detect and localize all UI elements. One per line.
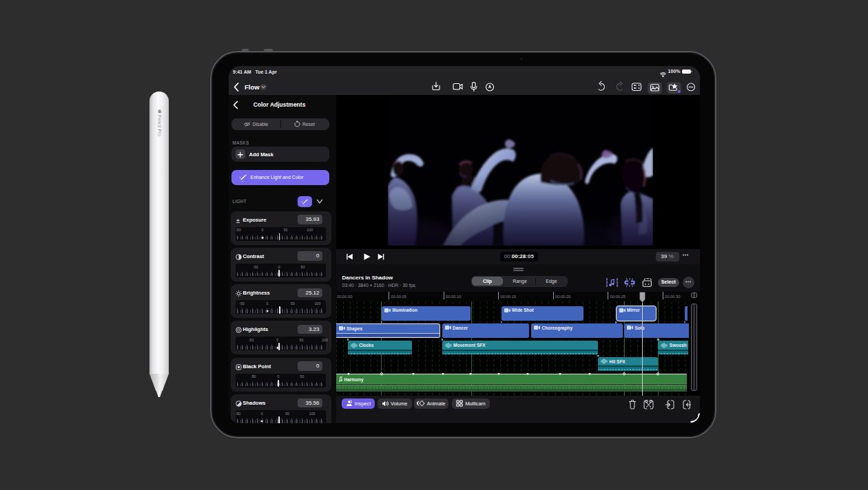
svg-text:±: ± <box>236 217 240 224</box>
svg-text:Flow: Flow <box>245 83 260 91</box>
